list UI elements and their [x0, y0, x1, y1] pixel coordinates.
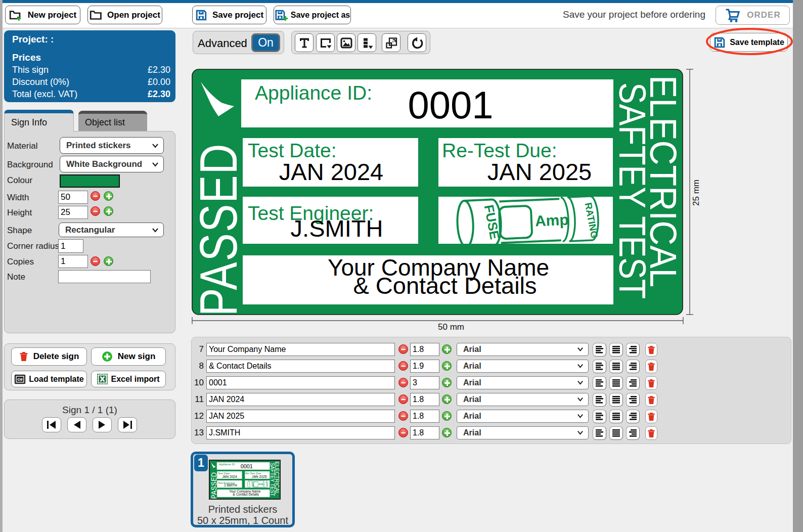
svg-text:25 mm: 25 mm	[691, 180, 701, 206]
svg-text:ce: ce	[17, 376, 23, 382]
svg-text:50 mm: 50 mm	[438, 322, 464, 332]
